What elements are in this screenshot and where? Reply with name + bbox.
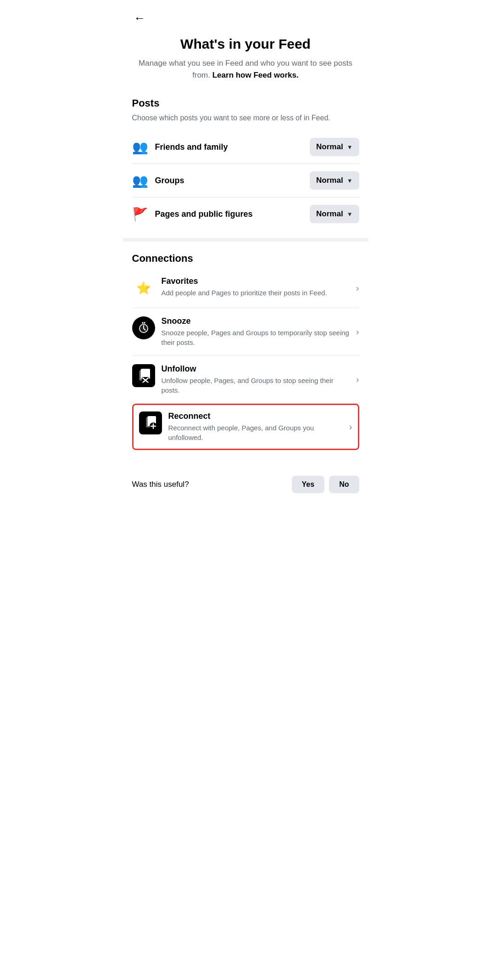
pages-dropdown-value: Normal <box>316 209 343 219</box>
groups-dropdown[interactable]: Normal ▼ <box>310 171 359 190</box>
reconnect-item[interactable]: Reconnect Reconnect with people, Pages, … <box>132 404 359 450</box>
back-button[interactable]: ← <box>132 9 148 27</box>
page-title: What's in your Feed <box>137 36 355 52</box>
unfollow-item[interactable]: Unfollow Unfollow people, Pages, and Gro… <box>132 356 359 404</box>
favorites-desc: Add people and Pages to prioritize their… <box>162 288 352 298</box>
favorites-title: Favorites <box>162 276 352 286</box>
reconnect-content: Reconnect Reconnect with people, Pages, … <box>168 411 346 442</box>
pages-dropdown-arrow: ▼ <box>347 211 353 218</box>
svg-rect-2 <box>142 322 143 324</box>
svg-rect-3 <box>144 322 145 324</box>
feedback-no-button[interactable]: No <box>329 476 359 493</box>
snooze-desc: Snooze people, Pages and Groups to tempo… <box>162 328 352 347</box>
groups-left: 👥 Groups <box>132 173 310 188</box>
unfollow-icon <box>137 369 151 383</box>
page-subtitle: Manage what you see in Feed and who you … <box>137 57 355 81</box>
reconnect-icon-wrap <box>139 411 162 434</box>
snooze-icon-wrap <box>132 316 155 339</box>
feedback-buttons: Yes No <box>292 476 359 493</box>
favorites-item[interactable]: ⭐ Favorites Add people and Pages to prio… <box>132 268 359 308</box>
header-bar: ← <box>123 0 368 32</box>
connections-title: Connections <box>132 253 359 265</box>
groups-row: 👥 Groups Normal ▼ <box>132 164 359 197</box>
snooze-item[interactable]: Snooze Snooze people, Pages and Groups t… <box>132 308 359 356</box>
unfollow-title: Unfollow <box>162 364 352 374</box>
posts-section-desc: Choose which posts you want to see more … <box>132 113 359 123</box>
friends-family-left: 👥 Friends and family <box>132 140 310 155</box>
groups-label: Groups <box>155 176 184 186</box>
reconnect-icon <box>144 416 157 430</box>
feedback-bar: Was this useful? Yes No <box>123 465 368 504</box>
reconnect-chevron: › <box>349 422 352 432</box>
groups-dropdown-arrow: ▼ <box>347 177 353 184</box>
friends-family-row: 👥 Friends and family Normal ▼ <box>132 130 359 164</box>
favorites-chevron: › <box>356 283 359 293</box>
reconnect-desc: Reconnect with people, Pages, and Groups… <box>168 423 346 442</box>
feedback-yes-button[interactable]: Yes <box>292 476 325 493</box>
pages-row: 🚩 Pages and public figures Normal ▼ <box>132 197 359 231</box>
snooze-content: Snooze Snooze people, Pages and Groups t… <box>162 316 352 347</box>
friends-dropdown[interactable]: Normal ▼ <box>310 138 359 156</box>
unfollow-content: Unfollow Unfollow people, Pages, and Gro… <box>162 364 352 395</box>
pages-label: Pages and public figures <box>155 209 253 219</box>
snooze-title: Snooze <box>162 316 352 326</box>
unfollow-chevron: › <box>356 374 359 385</box>
groups-icon: 👥 <box>132 173 149 188</box>
friends-dropdown-arrow: ▼ <box>347 144 353 151</box>
friends-dropdown-value: Normal <box>316 142 343 152</box>
feedback-question: Was this useful? <box>132 480 189 489</box>
favorites-content: Favorites Add people and Pages to priori… <box>162 276 352 298</box>
section-divider <box>123 238 368 242</box>
star-icon: ⭐ <box>136 281 151 295</box>
groups-dropdown-value: Normal <box>316 176 343 185</box>
learn-how-link[interactable]: Learn how Feed works. <box>212 71 299 79</box>
pages-icon: 🚩 <box>132 207 149 222</box>
page-title-section: What's in your Feed Manage what you see … <box>123 32 368 90</box>
favorites-icon-wrap: ⭐ <box>132 276 155 299</box>
pages-dropdown[interactable]: Normal ▼ <box>310 205 359 223</box>
pages-left: 🚩 Pages and public figures <box>132 207 310 222</box>
friends-icon: 👥 <box>132 140 149 155</box>
connections-section: Connections ⭐ Favorites Add people and P… <box>123 245 368 457</box>
page-wrapper: ← What's in your Feed Manage what you se… <box>123 0 368 980</box>
reconnect-title: Reconnect <box>168 411 346 421</box>
friends-family-label: Friends and family <box>155 142 228 152</box>
posts-section-title: Posts <box>132 97 359 109</box>
snooze-chevron: › <box>356 327 359 337</box>
unfollow-icon-wrap <box>132 364 155 387</box>
posts-section: Posts Choose which posts you want to see… <box>123 90 368 234</box>
clock-icon <box>137 321 150 334</box>
unfollow-desc: Unfollow people, Pages, and Groups to st… <box>162 376 352 395</box>
